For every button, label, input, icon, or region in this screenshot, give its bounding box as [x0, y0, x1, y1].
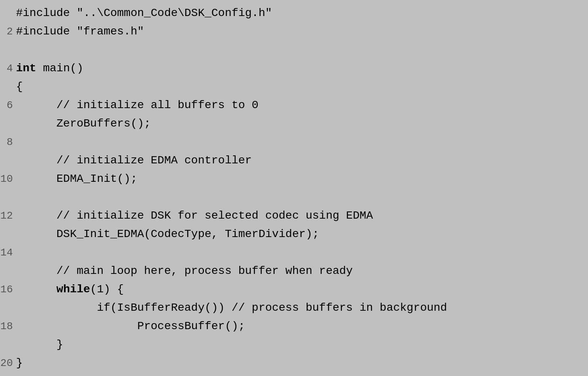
- code-line-14: 14: [0, 243, 588, 262]
- code-line-9: // initialize EDMA controller: [0, 151, 588, 170]
- line-number-14: 14: [0, 243, 16, 262]
- line-number-2: 2: [0, 22, 16, 41]
- line-content-8: [16, 133, 588, 151]
- line-content-16: while(1) {: [16, 280, 588, 299]
- code-line-10: 10 EDMA_Init();: [0, 170, 588, 188]
- code-line-15: // main loop here, process buffer when r…: [0, 262, 588, 280]
- line-content-5: {: [16, 78, 588, 96]
- code-line-5: {: [0, 78, 588, 96]
- keyword-while: while: [57, 283, 90, 296]
- line-content-9: // initialize EDMA controller: [16, 151, 588, 170]
- code-line-3: [0, 41, 588, 59]
- line-content-4: int main(): [16, 59, 588, 78]
- line-content-20: }: [16, 354, 588, 372]
- line-content-17: if(IsBufferReady()) // process buffers i…: [16, 299, 588, 317]
- code-line-20: 20 }: [0, 354, 588, 372]
- line-content-2: #include "frames.h": [16, 22, 588, 41]
- line-content-11: [16, 188, 588, 207]
- code-line-1: #include "..\Common_Code\DSK_Config.h": [0, 4, 588, 22]
- line-content-14: [16, 243, 588, 262]
- keyword-int: int: [16, 62, 36, 74]
- code-line-6: 6 // initialize all buffers to 0: [0, 96, 588, 115]
- line-number-8: 8: [0, 133, 16, 151]
- code-line-12: 12 // initialize DSK for selected codec …: [0, 207, 588, 225]
- code-line-2: 2 #include "frames.h": [0, 22, 588, 41]
- code-line-19: }: [0, 336, 588, 354]
- code-container: #include "..\Common_Code\DSK_Config.h" 2…: [0, 0, 588, 376]
- code-line-18: 18 ProcessBuffer();: [0, 317, 588, 336]
- line-number-18: 18: [0, 317, 16, 336]
- code-line-7: ZeroBuffers();: [0, 115, 588, 133]
- line-content-13: DSK_Init_EDMA(CodecType, TimerDivider);: [16, 225, 588, 243]
- code-line-16: 16 while(1) {: [0, 280, 588, 299]
- line-number-6: 6: [0, 96, 16, 115]
- code-line-13: DSK_Init_EDMA(CodecType, TimerDivider);: [0, 225, 588, 243]
- line-content-12: // initialize DSK for selected codec usi…: [16, 207, 588, 225]
- line-content-1: #include "..\Common_Code\DSK_Config.h": [16, 4, 588, 22]
- line-number-12: 12: [0, 207, 16, 225]
- line-number-4: 4: [0, 59, 16, 78]
- code-line-11: [0, 188, 588, 207]
- line-content-6: // initialize all buffers to 0: [16, 96, 588, 115]
- code-line-8: 8: [0, 133, 588, 151]
- code-line-4: 4 int main(): [0, 59, 588, 78]
- line-number-16: 16: [0, 280, 16, 299]
- code-line-17: if(IsBufferReady()) // process buffers i…: [0, 299, 588, 317]
- line-content-7: ZeroBuffers();: [16, 115, 588, 133]
- line-content-15: // main loop here, process buffer when r…: [16, 262, 588, 280]
- line-number-10: 10: [0, 170, 16, 188]
- line-number-20: 20: [0, 354, 16, 372]
- line-content-3: [16, 41, 588, 59]
- line-content-19: }: [16, 336, 588, 354]
- line-content-18: ProcessBuffer();: [16, 317, 588, 336]
- line-content-10: EDMA_Init();: [16, 170, 588, 188]
